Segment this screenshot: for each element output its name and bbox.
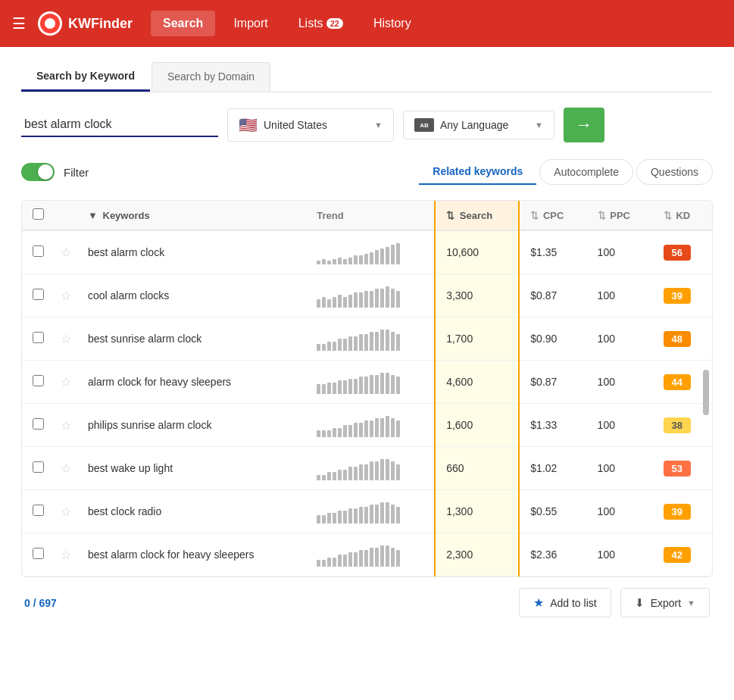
filter-bar: Filter Related keywords Autocomplete Que… (21, 159, 713, 185)
filter-toggle[interactable] (21, 163, 55, 181)
row-checkbox-cell (22, 230, 55, 274)
lists-badge: 22 (326, 18, 343, 29)
logo: KWFinder (38, 11, 133, 36)
kd-badge: 44 (664, 374, 691, 390)
location-selector[interactable]: 🇺🇸 United States ▼ (227, 108, 394, 142)
row-trend (306, 317, 435, 361)
row-trend (306, 404, 435, 447)
table-row: ☆ best wake up light 660 $1.02 100 53 (22, 447, 712, 490)
row-checkbox[interactable] (33, 245, 44, 257)
favorite-star-icon[interactable]: ☆ (61, 548, 71, 561)
favorite-star-icon[interactable]: ☆ (61, 376, 71, 389)
row-star-cell: ☆ (55, 404, 77, 447)
tab-search-by-keyword[interactable]: Search by Keyword (21, 62, 150, 92)
select-all-checkbox[interactable] (33, 208, 44, 220)
table-row: ☆ best alarm clock 10,600 $1.35 100 56 (22, 230, 712, 274)
row-search: 3,300 (435, 274, 519, 317)
row-checkbox[interactable] (33, 548, 44, 559)
row-checkbox-cell (22, 361, 55, 404)
location-label: United States (264, 119, 327, 131)
row-ppc: 100 (587, 490, 653, 533)
col-header-trend: Trend (306, 201, 435, 230)
cpc-sort-arrow: ⇅ (530, 210, 539, 221)
row-ppc: 100 (587, 447, 653, 490)
language-selector[interactable]: AB Any Language ▼ (403, 111, 554, 139)
col-header-ppc[interactable]: ⇅ PPC (587, 201, 653, 230)
row-checkbox[interactable] (33, 418, 44, 430)
language-chevron-icon: ▼ (535, 120, 543, 130)
col-header-keywords[interactable]: ▼ Keywords (77, 201, 306, 230)
favorite-star-icon[interactable]: ☆ (61, 462, 71, 475)
tab-related-keywords[interactable]: Related keywords (419, 159, 536, 185)
row-kd: 48 (653, 317, 712, 361)
row-ppc: 100 (587, 533, 653, 577)
nav-lists[interactable]: Lists 22 (286, 11, 355, 36)
row-ppc: 100 (587, 404, 653, 447)
row-checkbox-cell (22, 317, 55, 361)
row-trend (306, 361, 435, 404)
row-checkbox[interactable] (33, 289, 44, 300)
row-kd: 53 (653, 447, 712, 490)
row-checkbox-cell (22, 490, 55, 533)
row-checkbox[interactable] (33, 375, 44, 386)
kd-badge: 39 (664, 288, 691, 304)
toggle-knob (38, 164, 53, 180)
row-cpc: $1.33 (519, 404, 586, 447)
col-header-kd[interactable]: ⇅ KD (653, 201, 712, 230)
row-kd: 39 (653, 274, 712, 317)
favorite-star-icon[interactable]: ☆ (61, 333, 71, 345)
row-trend (306, 230, 435, 274)
search-button[interactable]: → (564, 108, 604, 142)
favorite-star-icon[interactable]: ☆ (61, 419, 71, 432)
favorite-star-icon[interactable]: ☆ (61, 246, 71, 259)
row-keyword: best alarm clock for heavy sleepers (77, 533, 306, 577)
row-ppc: 100 (587, 274, 653, 317)
keywords-table-wrapper: ▼ Keywords Trend ⇅ Search ⇅ CPC (21, 200, 713, 577)
row-checkbox-cell (22, 274, 55, 317)
row-ppc: 100 (587, 230, 653, 274)
row-star-cell: ☆ (55, 317, 77, 361)
row-kd: 39 (653, 490, 712, 533)
nav-search[interactable]: Search (151, 11, 215, 36)
nav-import[interactable]: Import (221, 11, 280, 36)
row-checkbox[interactable] (33, 461, 44, 473)
table-footer: 0 / 697 ★ Add to list ⬇ Export ▼ (21, 577, 713, 617)
table-row: ☆ best alarm clock for heavy sleepers 2,… (22, 533, 712, 577)
row-star-cell: ☆ (55, 490, 77, 533)
col-header-cpc[interactable]: ⇅ CPC (519, 201, 586, 230)
table-row: ☆ cool alarm clocks 3,300 $0.87 100 39 (22, 274, 712, 317)
tab-search-by-domain[interactable]: Search by Domain (151, 62, 270, 92)
filter-label[interactable]: Filter (64, 166, 89, 179)
col-header-search[interactable]: ⇅ Search (435, 201, 519, 230)
kd-badge: 38 (664, 417, 691, 433)
favorite-star-icon[interactable]: ☆ (61, 505, 71, 518)
search-sort-arrow: ⇅ (446, 210, 454, 221)
export-chevron-icon: ▼ (687, 598, 695, 608)
tab-autocomplete[interactable]: Autocomplete (539, 159, 633, 185)
scroll-indicator[interactable] (703, 370, 709, 415)
row-checkbox-cell (22, 404, 55, 447)
keyword-input[interactable] (21, 113, 218, 137)
export-button[interactable]: ⬇ Export ▼ (620, 588, 710, 617)
top-navigation: ☰ KWFinder Search Import Lists 22 Histor… (0, 0, 734, 47)
table-row: ☆ best sunrise alarm clock 1,700 $0.90 1… (22, 317, 712, 361)
row-cpc: $0.87 (519, 361, 586, 404)
download-icon: ⬇ (635, 596, 645, 610)
row-kd: 42 (653, 533, 712, 577)
result-count: 0 / 697 (24, 597, 57, 609)
kd-sort-arrow: ⇅ (664, 210, 672, 221)
row-search: 2,300 (435, 533, 519, 577)
tab-questions[interactable]: Questions (636, 159, 713, 185)
favorite-star-icon[interactable]: ☆ (61, 289, 71, 302)
row-star-cell: ☆ (55, 230, 77, 274)
nav-history[interactable]: History (361, 11, 423, 36)
row-checkbox[interactable] (33, 505, 44, 516)
hamburger-menu[interactable]: ☰ (12, 14, 26, 33)
row-keyword: philips sunrise alarm clock (77, 404, 306, 447)
table-row: ☆ best clock radio 1,300 $0.55 100 39 (22, 490, 712, 533)
add-to-list-button[interactable]: ★ Add to list (519, 588, 611, 617)
row-checkbox[interactable] (33, 332, 44, 343)
col-header-star (55, 201, 77, 230)
row-trend (306, 490, 435, 533)
table-row: ☆ alarm clock for heavy sleepers 4,600 $… (22, 361, 712, 404)
